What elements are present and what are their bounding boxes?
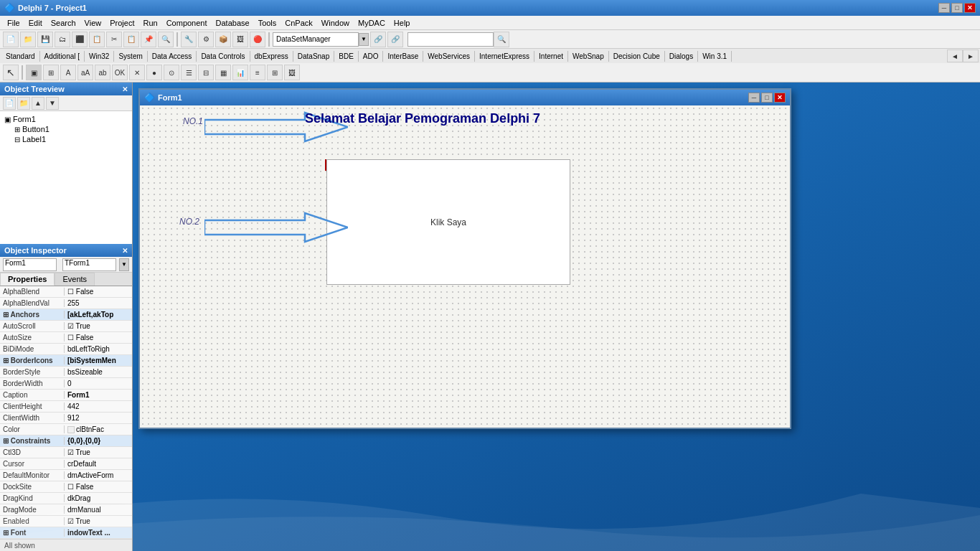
palette-tab-system[interactable]: System [114,51,147,62]
treeview-up-btn[interactable]: ▲ [32,97,44,110]
comp-btn15[interactable]: ⊞ [267,65,283,80]
toolbar-btn5[interactable]: ⬛ [72,32,88,47]
dataset-combo-value[interactable]: DataSetManager [273,32,359,47]
toolbar-new-btn[interactable]: 📄 [3,32,19,47]
treeview-btn2[interactable]: 📁 [17,97,30,110]
palette-tab-datacontrols[interactable]: Data Controls [197,51,250,62]
comp-btn8[interactable]: ● [146,65,162,80]
tree-item-label1[interactable]: ⊟ Label1 [13,134,129,144]
comp-btn1[interactable]: ▣ [26,65,42,80]
comp-btn14[interactable]: ≡ [250,65,265,80]
insp-val-caption[interactable]: Form1 [65,391,132,399]
insp-val-borderstyle[interactable]: bsSizeable [65,368,132,376]
palette-tab-webservices[interactable]: WebServices [423,51,475,62]
palette-tab-datasnap[interactable]: DataSnap [293,51,334,62]
comp-arrow-tool[interactable]: ↖ [3,65,19,80]
insp-val-font[interactable]: indowText ... [65,529,132,537]
insp-val-dragkind[interactable]: dkDrag [65,494,132,502]
insp-val-dragmode[interactable]: dmManual [65,506,132,514]
inspector-tab-properties[interactable]: Properties [0,273,55,286]
toolbar-dset-btn1[interactable]: 🔗 [370,32,386,47]
close-button[interactable]: ✕ [964,3,976,13]
dataset-combo-arrow[interactable]: ▼ [359,33,369,46]
inspector-combo-arrow[interactable]: ▼ [119,258,129,271]
comp-btn16[interactable]: 🖼 [284,65,300,80]
palette-tab-internet[interactable]: Internet [534,51,568,62]
comp-btn12[interactable]: ▦ [215,65,231,80]
insp-val-ctl3d[interactable]: True [65,448,132,456]
form-button1[interactable]: Klik Saya [326,159,570,285]
inspector-tab-events[interactable]: Events [55,273,95,286]
toolbar-btn9[interactable]: 📌 [141,32,156,47]
menu-search[interactable]: Search [47,17,80,29]
inspector-close-btn[interactable]: ✕ [122,247,128,255]
form1-close-btn[interactable]: ✕ [774,93,786,103]
menu-help[interactable]: Help [390,17,415,29]
palette-tab-bde[interactable]: BDE [334,51,359,62]
palette-tab-decisioncube[interactable]: Decision Cube [609,51,665,62]
inspector-form-combo[interactable]: Form1 [3,258,57,271]
toolbar-btn13[interactable]: 📦 [215,32,231,47]
comp-btn2[interactable]: ⊞ [43,65,59,80]
menu-mydac[interactable]: MyDAC [354,17,390,29]
inspector-type-combo[interactable]: TForm1 [62,258,116,271]
comp-btn4[interactable]: aA [77,65,93,80]
menu-run[interactable]: Run [138,17,161,29]
menu-tools[interactable]: Tools [254,17,281,29]
menu-cnpack[interactable]: CnPack [281,17,317,29]
palette-tab-win31[interactable]: Win 3.1 [698,51,732,62]
insp-val-clientwidth[interactable]: 912 [65,414,132,422]
comp-btn3[interactable]: A [60,65,76,80]
tree-item-button1[interactable]: ⊞ Button1 [13,124,129,134]
menu-database[interactable]: Database [212,17,254,29]
insp-val-enabled[interactable]: True [65,517,132,525]
treeview-down-btn[interactable]: ▼ [46,97,59,110]
insp-val-docksite[interactable]: False [65,483,132,491]
palette-tab-internetexpress[interactable]: InternetExpress [475,51,534,62]
toolbar-btn14[interactable]: 🖼 [232,32,248,47]
menu-file[interactable]: File [3,17,24,29]
search-input[interactable] [407,32,494,47]
insp-val-cursor[interactable]: crDefault [65,460,132,468]
maximize-button[interactable]: □ [951,3,963,13]
palette-tab-standard[interactable]: Standard [1,51,40,62]
insp-val-clientheight[interactable]: 442 [65,402,132,410]
toolbar-btn7[interactable]: ✂ [106,32,122,47]
palette-tab-websnap[interactable]: WebSnap [568,51,609,62]
comp-btn11[interactable]: ⊟ [198,65,214,80]
form1-body[interactable]: NO.1 Selamat Belajar Pemograman Delphi 7… [140,105,790,428]
insp-val-anchors[interactable]: [akLeft,akTop [65,311,132,319]
insp-val-alphablend[interactable]: False [65,288,132,296]
menu-project[interactable]: Project [105,17,138,29]
palette-tab-ado[interactable]: ADO [359,51,384,62]
toolbar-save-btn[interactable]: 💾 [37,32,53,47]
comp-btn5[interactable]: ab [95,65,110,80]
insp-val-defaultmonitor[interactable]: dmActiveForm [65,471,132,479]
toolbar-saveall-btn[interactable]: 🗂 [55,32,70,47]
palette-tab-interbase[interactable]: InterBase [383,51,423,62]
toolbar-btn8[interactable]: 📋 [123,32,139,47]
palette-tab-win32[interactable]: Win32 [85,51,114,62]
toolbar-btn10[interactable]: 🔍 [158,32,174,47]
comp-btn10[interactable]: ☰ [181,65,197,80]
insp-val-bordericons[interactable]: [biSystemMen [65,357,132,364]
tree-item-form1[interactable]: ▣ Form1 [3,114,129,124]
treeview-btn1[interactable]: 📄 [3,97,16,110]
menu-window[interactable]: Window [317,17,354,29]
search-button[interactable]: 🔍 [494,32,509,47]
insp-val-color[interactable]: clBtnFac [65,425,132,433]
comp-btn7[interactable]: ✕ [129,65,145,80]
menu-edit[interactable]: Edit [24,17,47,29]
palette-tab-additional[interactable]: Additional [ [40,51,85,62]
toolbar-open-btn[interactable]: 📁 [20,32,36,47]
comp-btn13[interactable]: 📊 [232,65,248,80]
dataset-combo[interactable]: DataSetManager ▼ [273,32,369,47]
minimize-button[interactable]: ─ [938,3,950,13]
toolbar-dset-btn2[interactable]: 🔗 [387,32,403,47]
palette-tab-dbexpress[interactable]: dbExpress [250,51,293,62]
insp-val-autoscroll[interactable]: True [65,322,132,330]
insp-val-bidimode[interactable]: bdLeftToRigh [65,345,132,353]
palette-tab-dataaccess[interactable]: Data Access [148,51,197,62]
comp-btn6[interactable]: OK [112,65,128,80]
insp-val-autosize[interactable]: False [65,334,132,342]
